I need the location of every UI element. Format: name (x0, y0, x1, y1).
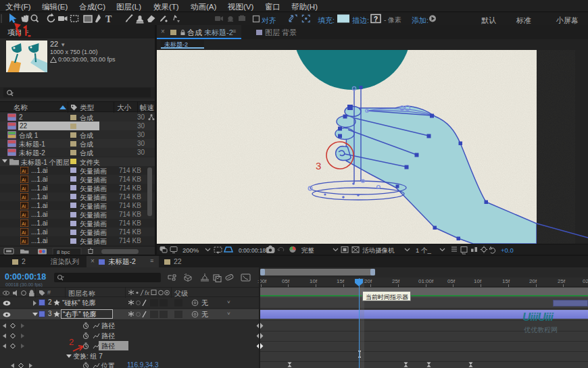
svg-text:Ai: Ai (22, 221, 26, 226)
svg-text:fx: fx (145, 290, 150, 296)
svg-text:Ai: Ai (22, 186, 26, 190)
svg-text:Ai: Ai (22, 213, 26, 217)
svg-text:Ai: Ai (22, 194, 26, 199)
svg-text:?: ? (374, 16, 378, 23)
svg-text:Ai: Ai (22, 239, 26, 244)
svg-text:T: T (105, 14, 112, 24)
svg-text:Ai: Ai (22, 168, 26, 173)
svg-text:Ai: Ai (22, 230, 26, 235)
svg-text:Ai: Ai (22, 203, 26, 208)
svg-text:3: 3 (316, 160, 321, 172)
svg-text:Ai: Ai (22, 177, 26, 182)
